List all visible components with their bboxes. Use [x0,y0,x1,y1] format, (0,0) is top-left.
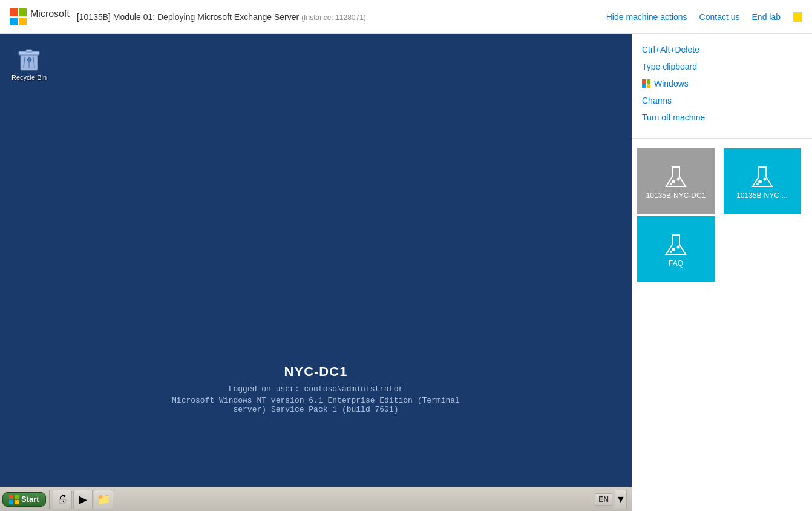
taskbar-separator-1 [49,490,50,509]
taskbar-icon-3[interactable]: 📁 [94,490,113,509]
taskbar-right: EN ▼ [595,490,629,509]
logo-green [19,8,27,16]
desktop-info: NYC-DC1 Logged on user: contoso\administ… [158,364,474,414]
logo-yellow [19,18,27,25]
machine-tile-dc1-label: 10135B-NYC-DC1 [644,191,709,200]
type-clipboard-link[interactable]: Type clipboard [642,58,802,75]
recycle-bin-icon[interactable]: ♻ Recycle Bin [10,44,48,81]
os-info: Microsoft Windows NT version 6.1 Enterpr… [158,396,474,414]
recycle-bin-svg: ♻ [15,44,44,73]
microsoft-logo: Microsoft [10,8,70,25]
header: Microsoft [10135B] Module 01: Deploying … [0,0,812,34]
charms-link[interactable]: Charms [642,92,802,109]
windows-link[interactable]: Windows [642,75,802,92]
status-indicator [793,12,802,22]
start-button[interactable]: Start [2,492,46,507]
svg-point-21 [678,246,679,248]
svg-rect-7 [9,495,13,499]
main-layout: ♻ Recycle Bin NYC-DC1 Logged on user: co… [0,34,812,511]
right-panel: Ctrl+Alt+Delete Type clipboard Windows C… [632,34,812,511]
language-indicator: EN [595,493,612,506]
taskbar: Start 🖨 ▶ 📁 EN ▼ [0,487,632,511]
lab-title: [10135B] Module 01: Deploying Microsoft … [77,12,599,22]
machine-tiles-grid: 10135B-NYC-DC1 10135B-NYC-... [632,143,812,286]
windows-label: Windows [654,79,689,88]
logo-red [10,8,18,16]
svg-point-16 [759,180,761,183]
recycle-bin-label: Recycle Bin [11,74,47,81]
svg-rect-8 [15,495,19,499]
svg-point-18 [757,183,758,185]
contact-us-link[interactable]: Contact us [699,12,740,22]
machine-tile-2-label: 10135B-NYC-... [734,191,790,200]
machine-tile-faq[interactable]: FAQ [637,216,715,282]
start-label: Start [21,495,39,504]
svg-rect-10 [15,500,19,504]
taskbar-icon-1[interactable]: 🖨 [53,490,72,509]
microsoft-text: Microsoft [30,8,70,25]
turn-off-machine-link[interactable]: Turn off machine [642,109,802,126]
end-lab-button[interactable]: End lab [752,12,781,22]
svg-point-12 [672,180,675,183]
panel-divider [632,138,812,139]
instance-text: (Instance: 1128071) [301,13,366,22]
svg-rect-2 [26,50,32,52]
machine-tile-2[interactable]: 10135B-NYC-... [724,148,801,214]
svg-point-13 [678,179,679,180]
flask-icon-1 [661,162,690,191]
flask-icon-2 [748,162,777,191]
vm-name: NYC-DC1 [158,364,474,380]
machine-tile-dc1[interactable]: 10135B-NYC-DC1 [637,148,715,214]
taskbar-icon-2[interactable]: ▶ [73,490,93,509]
svg-text:♻: ♻ [27,56,32,63]
svg-point-17 [764,179,765,180]
svg-point-22 [670,251,672,252]
hide-machine-actions-link[interactable]: Hide machine actions [606,12,687,22]
logged-on-user: Logged on user: contoso\administrator [158,384,474,394]
lab-title-text: [10135B] Module 01: Deploying Microsoft … [77,12,299,22]
logo-blue [10,18,18,25]
virtual-machine-desktop[interactable]: ♻ Recycle Bin NYC-DC1 Logged on user: co… [0,34,632,511]
svg-point-14 [670,183,672,185]
desktop-surface[interactable]: ♻ Recycle Bin NYC-DC1 Logged on user: co… [0,34,632,487]
start-flag-icon [9,495,19,504]
flask-icon-faq [661,230,690,259]
svg-point-20 [672,248,675,251]
machine-tile-faq-label: FAQ [666,259,686,268]
windows-logo-icon [642,79,650,88]
header-actions: Hide machine actions Contact us End lab [606,12,802,22]
svg-rect-9 [9,500,13,504]
machine-actions-panel: Ctrl+Alt+Delete Type clipboard Windows C… [632,34,812,133]
ctrl-alt-delete-link[interactable]: Ctrl+Alt+Delete [642,41,802,58]
taskbar-corner[interactable]: ▼ [615,490,627,509]
